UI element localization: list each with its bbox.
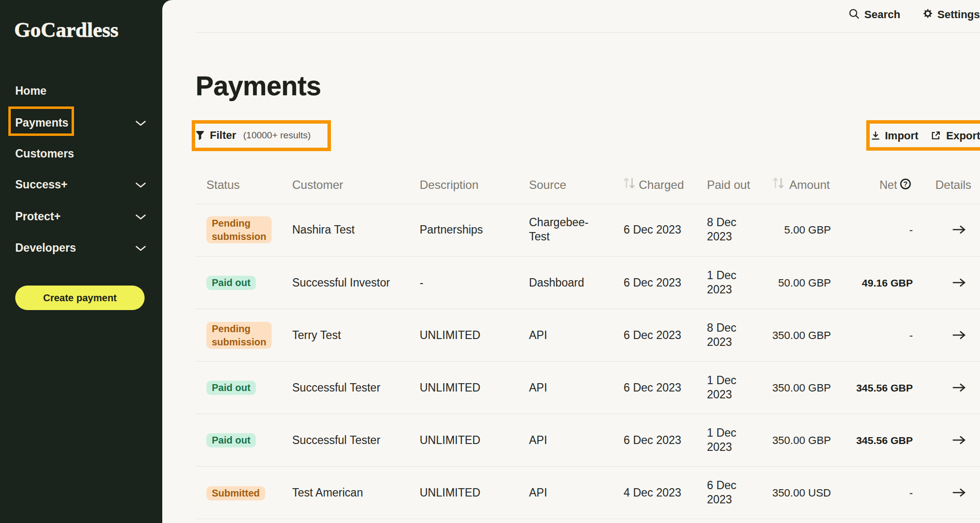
svg-text:?: ?: [904, 180, 908, 188]
